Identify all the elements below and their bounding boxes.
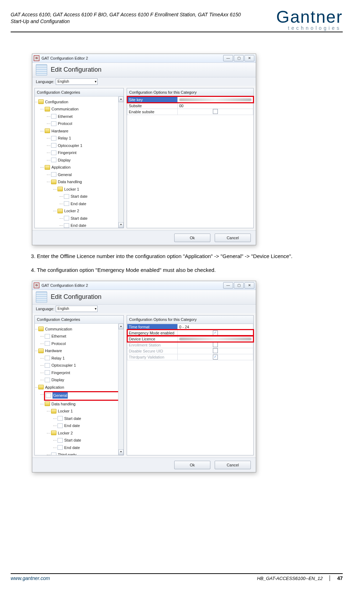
tree-node[interactable]: Data handling xyxy=(58,179,82,185)
option-row-enable-subsite[interactable]: Enable subsite xyxy=(127,109,253,115)
option-row-time-format[interactable]: Time format 0 - 24 xyxy=(127,324,253,330)
file-icon xyxy=(57,438,63,443)
tree-node[interactable]: Fingerprint xyxy=(51,370,70,376)
minimize-button[interactable]: — xyxy=(223,282,233,289)
right-pane-header: Configuration Options for this Category xyxy=(127,88,253,97)
option-value[interactable] xyxy=(178,348,253,354)
tree-node[interactable]: End date xyxy=(64,444,80,451)
option-value[interactable] xyxy=(178,97,253,103)
maximize-button[interactable]: ▢ xyxy=(234,282,244,289)
cancel-button[interactable]: Cancel xyxy=(215,234,251,242)
banner: Edit Configuration xyxy=(32,290,256,305)
tree-node[interactable]: Optocoupler 1 xyxy=(51,362,76,368)
right-pane-1: Configuration Options for this Category … xyxy=(127,88,254,228)
options-table-2: Time format 0 - 24 Emergency Mode enable… xyxy=(127,324,253,360)
scroll-up-icon[interactable]: ▴ xyxy=(118,324,123,329)
tree-node[interactable]: Optocoupler 1 xyxy=(58,142,82,149)
window-buttons: — ▢ ✕ xyxy=(223,282,254,289)
checkbox-icon[interactable] xyxy=(213,109,218,114)
checkbox-icon[interactable]: ✓ xyxy=(213,330,218,335)
tree-node[interactable]: Hardware xyxy=(45,348,62,354)
tree-node[interactable]: Communication xyxy=(51,106,78,112)
scroll-down-icon[interactable]: ▾ xyxy=(118,449,123,455)
tree-node[interactable]: Protocol xyxy=(51,340,66,347)
language-select[interactable]: English ▾ xyxy=(56,78,98,85)
tree-node[interactable]: Application xyxy=(51,164,71,170)
tree-node[interactable]: Relay 1 xyxy=(51,355,65,361)
tree-view-1[interactable]: Configuration Communication Ethernet Pro… xyxy=(35,97,123,228)
tree-node[interactable]: Start date xyxy=(71,215,88,221)
banner-icon xyxy=(36,291,47,303)
tree-node[interactable]: Start date xyxy=(64,437,81,443)
folder-icon xyxy=(57,187,63,191)
tree-node[interactable]: Locker 2 xyxy=(64,208,79,214)
step-3: Enter the Offline Licence number into th… xyxy=(37,253,336,259)
tree-node[interactable]: End date xyxy=(64,422,80,429)
tree-node[interactable]: Display xyxy=(51,377,64,383)
tree-scrollbar[interactable]: ▴ ▾ xyxy=(118,324,123,455)
option-row-emergency[interactable]: Emergency Mode enabled ✓ xyxy=(127,330,253,336)
window-buttons: — ▢ ✕ xyxy=(223,55,254,61)
option-label: Emergency Mode enabled xyxy=(127,330,178,336)
tree-node[interactable]: Protocol xyxy=(58,120,72,127)
option-value[interactable]: 00 xyxy=(178,103,253,109)
ok-button[interactable]: Ok xyxy=(174,234,210,242)
folder-icon xyxy=(57,209,63,213)
tree-node[interactable]: Locker 1 xyxy=(58,408,73,414)
tree-node[interactable]: Start date xyxy=(71,193,88,199)
language-select[interactable]: English ▾ xyxy=(56,306,98,312)
option-value[interactable]: ✓ xyxy=(178,330,253,336)
left-pane-header: Configuration Categories xyxy=(35,316,123,324)
scroll-up-icon[interactable]: ▴ xyxy=(118,97,123,102)
close-button[interactable]: ✕ xyxy=(244,282,254,289)
option-row-enrollment[interactable]: Enrollment Station xyxy=(127,342,253,348)
checkbox-icon[interactable] xyxy=(213,342,218,347)
file-icon xyxy=(45,356,50,360)
ok-button[interactable]: Ok xyxy=(174,461,210,469)
tree-node[interactable]: Third party xyxy=(58,452,77,455)
file-icon xyxy=(51,172,56,177)
tree-node-selected[interactable]: General xyxy=(53,392,68,399)
option-row-subsite[interactable]: Subsite 00 xyxy=(127,103,253,109)
tree-node[interactable]: Application xyxy=(45,384,64,390)
option-row-device-licence[interactable]: Device Licence xyxy=(127,336,253,342)
option-value[interactable] xyxy=(178,336,253,342)
language-row: Language: English ▾ xyxy=(32,305,256,313)
checkbox-icon[interactable]: ✓ xyxy=(213,355,218,360)
window-1: G GAT Configuration Editor 2 — ▢ ✕ Edit … xyxy=(32,54,256,245)
tree-node[interactable]: Communication xyxy=(45,326,72,332)
option-row-disable-uid[interactable]: Disable Secure UID xyxy=(127,348,253,354)
tree-view-2[interactable]: Communication Ethernet Protocol Hardware… xyxy=(35,324,123,455)
option-value[interactable] xyxy=(178,109,253,115)
tree-node[interactable]: Relay 1 xyxy=(58,135,71,141)
tree-node[interactable]: Data handling xyxy=(51,401,76,407)
tree-node[interactable]: Ethernet xyxy=(51,333,66,339)
tree-node[interactable]: End date xyxy=(71,222,86,228)
brand-sub: technologies xyxy=(288,25,343,31)
folder-icon xyxy=(38,349,44,353)
option-value[interactable]: ✓ xyxy=(178,354,253,360)
tree-node[interactable]: Configuration xyxy=(45,99,68,105)
tree-node[interactable]: Display xyxy=(58,157,71,163)
checkbox-icon[interactable] xyxy=(213,348,218,353)
tree-node[interactable]: Hardware xyxy=(51,128,68,134)
tree-node[interactable]: Locker 1 xyxy=(64,186,79,192)
option-row-thirdparty-val[interactable]: Thirdparty Validation ✓ xyxy=(127,354,253,360)
tree-scrollbar[interactable]: ▴ ▾ xyxy=(118,97,123,228)
file-icon xyxy=(51,158,56,162)
folder-icon xyxy=(45,401,50,406)
tree-node[interactable]: Start date xyxy=(64,415,81,422)
option-value[interactable] xyxy=(178,342,253,348)
close-button[interactable]: ✕ xyxy=(244,55,254,61)
tree-node[interactable]: Fingerprint xyxy=(58,149,77,156)
cancel-button[interactable]: Cancel xyxy=(215,461,251,469)
minimize-button[interactable]: — xyxy=(223,55,233,61)
tree-node[interactable]: End date xyxy=(71,201,86,207)
maximize-button[interactable]: ▢ xyxy=(234,55,244,61)
tree-node[interactable]: Locker 2 xyxy=(58,430,73,436)
option-value[interactable]: 0 - 24 xyxy=(178,324,253,330)
scroll-down-icon[interactable]: ▾ xyxy=(118,222,123,228)
tree-node[interactable]: Ethernet xyxy=(58,113,73,120)
option-row-site-key[interactable]: Site key xyxy=(127,97,253,103)
tree-node[interactable]: General xyxy=(58,171,72,178)
